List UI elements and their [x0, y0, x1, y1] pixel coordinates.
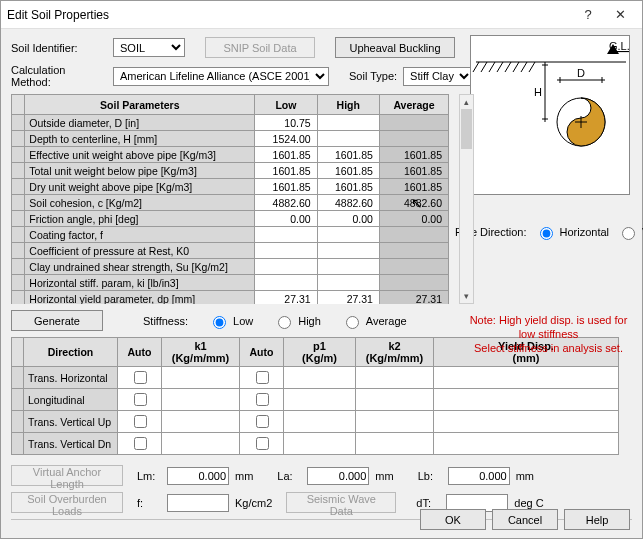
help-icon[interactable]: ?: [572, 7, 604, 22]
col-p1: p1(Kg/m): [284, 338, 356, 367]
dir-yield[interactable]: [434, 389, 619, 411]
table-row: Coating factor, f: [12, 227, 449, 243]
dir-name: Longitudinal: [24, 389, 118, 411]
param-avg[interactable]: 1601.85: [379, 163, 448, 179]
param-avg[interactable]: 1601.85: [379, 147, 448, 163]
snip-soil-data-button: SNIP Soil Data: [205, 37, 315, 58]
input-lm[interactable]: [167, 467, 229, 485]
param-low[interactable]: [255, 243, 317, 259]
param-name: Clay undrained shear strength, Su [Kg/m2…: [25, 259, 255, 275]
titlebar: Edit Soil Properties ? ✕: [1, 1, 642, 29]
param-low[interactable]: [255, 227, 317, 243]
close-icon[interactable]: ✕: [604, 7, 636, 22]
param-high[interactable]: 1601.85: [317, 179, 379, 195]
param-avg[interactable]: 27.31: [379, 291, 448, 305]
param-high[interactable]: 1601.85: [317, 163, 379, 179]
param-avg[interactable]: 1601.85: [379, 179, 448, 195]
dir-yield[interactable]: [434, 367, 619, 389]
dir-k2[interactable]: [356, 367, 434, 389]
param-avg[interactable]: [379, 227, 448, 243]
param-high[interactable]: [317, 131, 379, 147]
dir-k2[interactable]: [356, 433, 434, 455]
select-calc-method[interactable]: American Lifeline Alliance (ASCE 2001): [113, 67, 329, 86]
param-high[interactable]: 0.00: [317, 211, 379, 227]
param-low[interactable]: 1601.85: [255, 179, 317, 195]
note-text: Note: High yield disp. is used for low s…: [467, 314, 630, 355]
ok-button[interactable]: OK: [420, 509, 486, 530]
param-low[interactable]: 4882.60: [255, 195, 317, 211]
diagram-d-label: D: [577, 67, 585, 79]
param-low[interactable]: 1601.85: [255, 147, 317, 163]
col-low: Low: [255, 95, 317, 115]
dir-auto2-checkbox[interactable]: [240, 367, 284, 389]
param-low[interactable]: 10.75: [255, 115, 317, 131]
svg-line-6: [505, 62, 511, 72]
param-high[interactable]: 1601.85: [317, 147, 379, 163]
param-high[interactable]: 27.31: [317, 291, 379, 305]
param-low[interactable]: 1601.85: [255, 163, 317, 179]
dir-auto2-checkbox[interactable]: [240, 389, 284, 411]
param-high[interactable]: 4882.60: [317, 195, 379, 211]
dir-yield[interactable]: [434, 433, 619, 455]
scroll-up-icon[interactable]: ▴: [460, 95, 473, 109]
dir-k1[interactable]: [162, 411, 240, 433]
param-avg[interactable]: [379, 259, 448, 275]
dir-k1[interactable]: [162, 433, 240, 455]
table-row: Coefficient of pressure at Rest, K0: [12, 243, 449, 259]
radio-pipe-horizontal[interactable]: Horizontal: [535, 224, 610, 240]
param-high[interactable]: [317, 259, 379, 275]
input-la[interactable]: [307, 467, 369, 485]
dir-auto-checkbox[interactable]: [118, 411, 162, 433]
param-avg[interactable]: [379, 131, 448, 147]
param-low[interactable]: 0.00: [255, 211, 317, 227]
input-lb[interactable]: [448, 467, 510, 485]
select-soil-type[interactable]: Stiff Clay: [403, 67, 473, 86]
param-low[interactable]: 27.31: [255, 291, 317, 305]
dir-auto-checkbox[interactable]: [118, 367, 162, 389]
upheaval-buckling-button[interactable]: Upheaval Buckling: [335, 37, 455, 58]
radio-stiffness-high[interactable]: High: [273, 313, 321, 329]
param-avg[interactable]: [379, 243, 448, 259]
dir-auto-checkbox[interactable]: [118, 433, 162, 455]
param-name: Depth to centerline, H [mm]: [25, 131, 255, 147]
dir-p1[interactable]: [284, 389, 356, 411]
param-low[interactable]: 1524.00: [255, 131, 317, 147]
param-name: Outside diameter, D [in]: [25, 115, 255, 131]
radio-pipe-vertical[interactable]: Vertical: [617, 224, 643, 240]
dir-p1[interactable]: [284, 433, 356, 455]
param-high[interactable]: [317, 115, 379, 131]
radio-stiffness-low[interactable]: Low: [208, 313, 253, 329]
dir-auto2-checkbox[interactable]: [240, 411, 284, 433]
radio-stiffness-average[interactable]: Average: [341, 313, 407, 329]
input-f[interactable]: [167, 494, 229, 512]
dir-k2[interactable]: [356, 411, 434, 433]
param-avg[interactable]: 4882.60: [379, 195, 448, 211]
dir-p1[interactable]: [284, 367, 356, 389]
param-high[interactable]: [317, 227, 379, 243]
dir-p1[interactable]: [284, 411, 356, 433]
label-soil-type: Soil Type:: [349, 70, 397, 82]
param-low[interactable]: [255, 259, 317, 275]
help-button[interactable]: Help: [564, 509, 630, 530]
dir-k2[interactable]: [356, 389, 434, 411]
params-scrollbar[interactable]: ▴ ▾: [459, 94, 474, 304]
scroll-thumb[interactable]: [461, 109, 472, 149]
param-high[interactable]: [317, 275, 379, 291]
param-avg[interactable]: [379, 275, 448, 291]
param-high[interactable]: [317, 243, 379, 259]
param-avg[interactable]: [379, 115, 448, 131]
dir-yield[interactable]: [434, 411, 619, 433]
scroll-down-icon[interactable]: ▾: [460, 289, 473, 303]
cancel-button[interactable]: Cancel: [492, 509, 558, 530]
param-low[interactable]: [255, 275, 317, 291]
label-f: f:: [137, 497, 161, 509]
dir-k1[interactable]: [162, 367, 240, 389]
param-avg[interactable]: 0.00: [379, 211, 448, 227]
generate-button[interactable]: Generate: [11, 310, 103, 331]
dir-auto2-checkbox[interactable]: [240, 433, 284, 455]
dir-auto-checkbox[interactable]: [118, 389, 162, 411]
dir-k1[interactable]: [162, 389, 240, 411]
select-soil-identifier[interactable]: SOIL: [113, 38, 185, 57]
label-stiffness: Stiffness:: [143, 315, 188, 327]
dialog-edit-soil-properties: Edit Soil Properties ? ✕ Soil Identifier…: [0, 0, 643, 539]
